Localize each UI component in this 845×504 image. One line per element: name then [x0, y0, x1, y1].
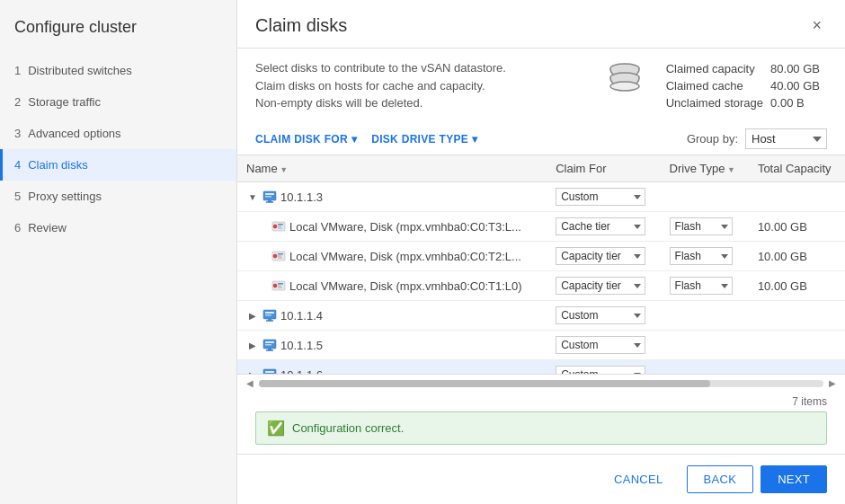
sidebar-item-label-claim-disks: Claim disks — [28, 158, 87, 172]
main-content: Claim disks × Select disks to contribute… — [237, 0, 845, 504]
table-toolbar: CLAIM DISK FOR ▾ DISK DRIVE TYPE ▾ Group… — [237, 123, 845, 155]
drive-type-select-disk2[interactable]: Flash HDD — [670, 247, 733, 265]
disk-icon — [271, 249, 286, 263]
host-icon — [262, 367, 277, 374]
claim-for-select-host2[interactable]: Custom Cache tier Capacity tier — [556, 306, 645, 324]
sidebar-title: Configure cluster — [0, 18, 236, 55]
sidebar-item-claim-disks[interactable]: 4 Claim disks — [0, 149, 236, 181]
group-by-area: Group by: Host Drive Type Capacity — [687, 128, 827, 149]
claim-for-select[interactable]: Custom Cache tier Capacity tier — [556, 188, 645, 206]
svg-rect-21 — [278, 286, 281, 287]
chevron-down-icon-2: ▾ — [472, 133, 477, 146]
svg-point-2 — [610, 82, 639, 91]
claim-for-select-host4[interactable]: Custom Cache tier Capacity tier — [556, 366, 645, 374]
sidebar: Configure cluster 1 Distributed switches… — [0, 0, 237, 504]
disk-name: Local VMware, Disk (mpx.vmhba0:C0:T2:L..… — [289, 250, 521, 263]
sidebar-item-distributed-switches[interactable]: 1 Distributed switches — [0, 55, 236, 86]
claim-for-select-disk3[interactable]: Custom Cache tier Capacity tier — [556, 277, 645, 295]
host-name: 10.1.1.5 — [280, 339, 323, 352]
group-by-label: Group by: — [687, 132, 738, 146]
claim-for-select-disk1[interactable]: Custom Cache tier Capacity tier — [556, 217, 645, 235]
disk-table-container[interactable]: Name Claim For Drive Type Total Capacity… — [237, 155, 845, 374]
table-row[interactable]: ▶ 10.1.1.6 — [237, 360, 845, 375]
table-row[interactable]: ▼ 10.1.1.3 — [237, 182, 845, 212]
expand-button[interactable]: ▼ — [246, 192, 259, 202]
svg-rect-27 — [266, 321, 273, 322]
svg-rect-20 — [278, 283, 283, 285]
cancel-button[interactable]: CANCEL — [598, 466, 680, 492]
back-button[interactable]: BACK — [687, 465, 754, 493]
item-count: 7 items — [237, 392, 845, 411]
next-button[interactable]: NEXT — [760, 465, 827, 493]
col-name: Name — [237, 155, 547, 182]
storage-stats: Claimed capacity 80.00 GB Claimed cache … — [664, 59, 827, 112]
step-num-2: 2 — [14, 95, 21, 109]
host-icon — [262, 190, 277, 204]
step-num-4: 4 — [14, 158, 21, 172]
expand-button[interactable]: ▶ — [246, 370, 259, 375]
sidebar-item-proxy-settings[interactable]: 5 Proxy settings — [0, 181, 236, 212]
scroll-left-arrow[interactable]: ◀ — [245, 378, 255, 388]
description-area: Select disks to contribute to the vSAN d… — [237, 49, 845, 123]
svg-point-14 — [273, 254, 277, 258]
sidebar-item-advanced-options[interactable]: 3 Advanced options — [0, 118, 236, 149]
sidebar-item-label-advanced-options: Advanced options — [28, 127, 120, 140]
col-claim-for: Claim For — [547, 155, 660, 182]
sidebar-item-review[interactable]: 6 Review — [0, 212, 236, 243]
table-row[interactable]: ▶ 10.1.1.4 — [237, 301, 845, 331]
svg-rect-12 — [278, 228, 282, 229]
group-by-select[interactable]: Host Drive Type Capacity — [745, 128, 827, 149]
content-header: Claim disks × — [237, 0, 845, 49]
sidebar-item-storage-traffic[interactable]: 2 Storage traffic — [0, 86, 236, 118]
host-name: 10.1.1.6 — [280, 368, 323, 375]
table-row[interactable]: Local VMware, Disk (mpx.vmhba0:C0:T2:L..… — [237, 242, 845, 271]
capacity-cell: 10.00 GB — [749, 212, 845, 242]
horizontal-scrollbar[interactable]: ◀ ▶ — [237, 374, 845, 392]
host-name: 10.1.1.4 — [280, 309, 323, 323]
table-row[interactable]: ▶ 10.1.1.5 — [237, 331, 845, 360]
svg-rect-15 — [278, 253, 283, 255]
drive-type-select-disk3[interactable]: Flash HDD — [670, 277, 733, 295]
scroll-track[interactable] — [259, 380, 823, 387]
description-text: Select disks to contribute to the vSAN d… — [255, 59, 585, 112]
disk-name: Local VMware, Disk (mpx.vmhba0:C0:T1:L0) — [289, 279, 522, 293]
disk-icon — [271, 219, 286, 234]
svg-rect-16 — [278, 256, 281, 257]
page-title: Claim disks — [255, 15, 347, 36]
desc-line3: Non-empty disks will be deleted. — [255, 94, 585, 112]
svg-rect-32 — [266, 350, 273, 351]
drive-type-select-disk1[interactable]: Flash HDD — [670, 217, 733, 235]
status-message: Configuration correct. — [292, 421, 404, 435]
svg-rect-7 — [266, 202, 273, 203]
capacity-cell: 10.00 GB — [749, 271, 845, 301]
table-row[interactable]: Local VMware, Disk (mpx.vmhba0:C0:T3:L..… — [237, 212, 845, 242]
sidebar-item-label-storage-traffic: Storage traffic — [28, 95, 101, 109]
scroll-thumb — [259, 380, 710, 387]
svg-rect-34 — [265, 371, 274, 373]
step-num-6: 6 — [14, 221, 21, 234]
scroll-right-arrow[interactable]: ▶ — [827, 378, 838, 388]
capacity-cell: 10.00 GB — [749, 242, 845, 271]
claim-disk-for-button[interactable]: CLAIM DISK FOR ▾ — [255, 129, 357, 149]
col-total-capacity: Total Capacity — [749, 155, 845, 182]
svg-rect-25 — [265, 314, 271, 316]
close-button[interactable]: × — [806, 14, 827, 37]
sidebar-item-label-distributed-switches: Distributed switches — [28, 64, 132, 77]
claim-for-select-host3[interactable]: Custom Cache tier Capacity tier — [556, 336, 645, 354]
svg-rect-30 — [265, 344, 271, 346]
svg-rect-4 — [265, 193, 274, 195]
col-drive-type: Drive Type — [661, 155, 749, 182]
host-name: 10.1.1.3 — [280, 190, 323, 204]
claim-for-select-disk2[interactable]: Custom Cache tier Capacity tier — [556, 247, 645, 265]
disk-drive-type-button[interactable]: DISK DRIVE TYPE ▾ — [371, 129, 477, 149]
host-icon — [262, 308, 277, 323]
desc-line2: Claim disks on hosts for cache and capac… — [255, 77, 585, 95]
unclaimed-storage-value: 0.00 B — [770, 95, 825, 111]
expand-button[interactable]: ▶ — [246, 311, 259, 321]
claimed-capacity-label: Claimed capacity — [666, 61, 769, 76]
svg-rect-29 — [265, 341, 274, 343]
svg-rect-10 — [278, 224, 283, 225]
table-row[interactable]: Local VMware, Disk (mpx.vmhba0:C0:T1:L0)… — [237, 271, 845, 301]
expand-button[interactable]: ▶ — [246, 340, 259, 350]
disk-icon — [271, 279, 286, 293]
